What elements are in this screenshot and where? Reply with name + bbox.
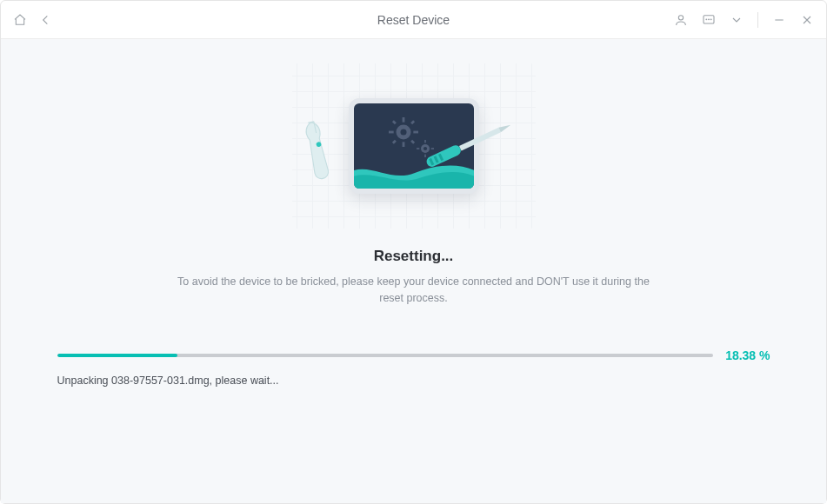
progress-percent: 18.38 % xyxy=(725,348,770,362)
separator xyxy=(757,12,758,28)
feedback-icon[interactable] xyxy=(702,13,716,27)
wrench-icon xyxy=(288,100,349,186)
svg-rect-12 xyxy=(410,140,415,144)
svg-rect-22 xyxy=(424,143,462,169)
svg-point-4 xyxy=(710,18,711,19)
progress-track xyxy=(57,354,714,357)
content-area: Resetting... To avoid the device to be b… xyxy=(1,39,826,503)
page-heading: Resetting... xyxy=(374,248,454,265)
svg-rect-7 xyxy=(402,117,404,123)
svg-point-15 xyxy=(400,129,406,135)
page-subtext: To avoid the device to be bricked, pleas… xyxy=(170,274,657,307)
back-icon[interactable] xyxy=(39,13,53,27)
home-icon[interactable] xyxy=(13,13,27,27)
svg-rect-9 xyxy=(389,131,394,134)
svg-rect-26 xyxy=(459,128,501,151)
illustration xyxy=(292,63,536,229)
svg-rect-13 xyxy=(410,120,415,124)
user-icon[interactable] xyxy=(674,13,688,27)
svg-point-2 xyxy=(706,18,707,19)
svg-marker-27 xyxy=(498,123,511,132)
svg-rect-11 xyxy=(391,120,396,124)
svg-point-3 xyxy=(709,18,710,19)
gear-icon xyxy=(389,117,418,147)
close-icon[interactable] xyxy=(800,13,814,27)
titlebar: Reset Device xyxy=(1,1,826,39)
minimize-icon[interactable] xyxy=(772,13,786,27)
svg-rect-14 xyxy=(391,140,396,144)
progress-bar-row: 18.38 % xyxy=(57,348,770,362)
svg-rect-10 xyxy=(413,131,418,134)
app-window: Reset Device xyxy=(0,0,827,504)
titlebar-left xyxy=(13,13,53,27)
svg-rect-8 xyxy=(402,142,404,147)
svg-point-0 xyxy=(678,15,683,19)
progress-fill xyxy=(57,354,178,357)
svg-rect-17 xyxy=(424,140,426,143)
progress-status-text: Unpacking 038-97557-031.dmg, please wait… xyxy=(57,375,770,387)
titlebar-right xyxy=(674,12,814,28)
chevron-down-icon[interactable] xyxy=(730,13,744,27)
